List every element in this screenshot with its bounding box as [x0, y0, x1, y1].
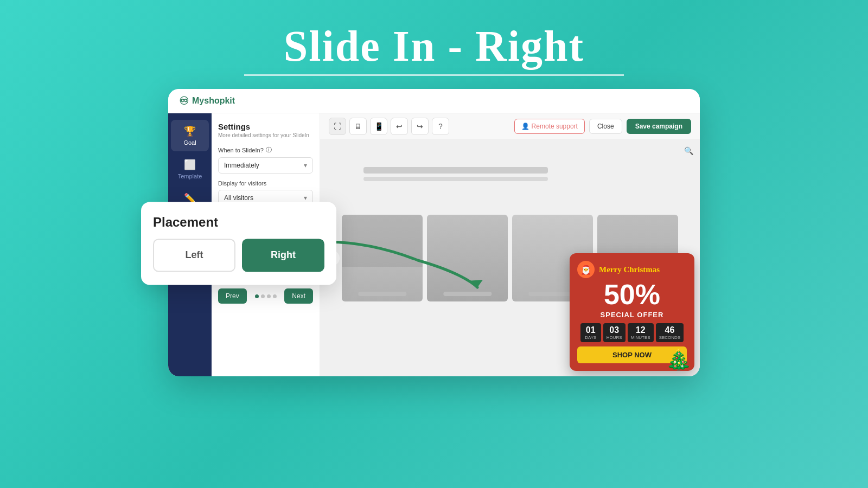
person-icon: 👤 — [521, 123, 529, 130]
sidebar-item-template-label: Template — [178, 173, 202, 179]
redo-btn[interactable]: ↪ — [411, 118, 429, 135]
desktop-btn[interactable]: 🖥 — [349, 118, 367, 135]
sidebar-item-goal[interactable]: 🏆 Goal — [171, 120, 209, 151]
toolbar-icons: ⛶ 🖥 📱 ↩ ↪ ? — [329, 118, 449, 135]
app-topbar: ♾ Myshopkit — [168, 89, 700, 113]
pagination-dots — [251, 294, 280, 298]
promo-discount: 50% — [577, 280, 687, 309]
placement-right[interactable]: Right — [242, 239, 324, 272]
settings-title: Settings — [218, 122, 313, 131]
placement-popup: Placement Left Right — [141, 202, 336, 285]
toolbar: ⛶ 🖥 📱 ↩ ↪ ? 👤 Remote support Close Save … — [320, 113, 700, 140]
placement-title: Placement — [153, 215, 324, 230]
countdown-minutes: 12 MINUTES — [628, 323, 654, 342]
countdown-seconds: 46 SECONDS — [656, 323, 684, 342]
nav-buttons: Prev Next — [218, 288, 313, 304]
promo-header: 🎅 Merry Christmas — [577, 261, 687, 278]
promo-mascot: 🎄 — [665, 349, 692, 371]
preview-area: 🔍 ‹ — [320, 140, 700, 376]
remote-support-label: Remote support — [532, 123, 578, 130]
dot-3 — [267, 294, 271, 298]
dot-2 — [261, 294, 265, 298]
promo-avatar: 🎅 — [577, 261, 595, 278]
goal-icon: 🏆 — [184, 125, 196, 137]
countdown: 01 DAYS 03 HOURS 12 MINUTES 46 — [577, 323, 687, 342]
hours-value: 03 — [607, 325, 622, 335]
placement-options: Left Right — [153, 239, 324, 272]
logo-icon: ♾ — [179, 94, 189, 107]
close-button[interactable]: Close — [589, 119, 622, 134]
save-campaign-button[interactable]: Save campaign — [627, 119, 691, 134]
dot-1 — [255, 294, 259, 298]
template-icon: ⬜ — [184, 159, 196, 171]
promo-greeting: Merry Christmas — [599, 265, 660, 274]
banner-bar — [363, 167, 548, 174]
prev-button[interactable]: Prev — [218, 288, 247, 304]
main-content: ⛶ 🖥 📱 ↩ ↪ ? 👤 Remote support Close Save … — [320, 113, 700, 376]
countdown-hours: 03 HOURS — [603, 323, 626, 342]
title-underline — [244, 74, 624, 76]
sidebar-item-template[interactable]: ⬜ Template — [171, 153, 209, 185]
display-label: Display for visitors — [218, 180, 313, 187]
hours-label: HOURS — [607, 335, 622, 340]
days-label: DAYS — [584, 335, 598, 340]
dot-4 — [273, 294, 277, 298]
display-value: All visitors — [224, 194, 253, 202]
help-btn[interactable]: ? — [432, 118, 449, 135]
brand-name: Myshopkit — [192, 96, 235, 106]
when-value: Immediately — [224, 162, 259, 169]
minutes-value: 12 — [631, 325, 650, 335]
minutes-label: MINUTES — [631, 335, 650, 340]
page-title: Slide In - Right — [244, 22, 624, 71]
mobile-btn[interactable]: 📱 — [370, 118, 387, 135]
info-icon: ⓘ — [266, 146, 272, 154]
seconds-value: 46 — [659, 325, 681, 335]
promo-popup: 🎅 Merry Christmas 50% SPECIAL OFFER 01 D… — [570, 253, 694, 371]
sidebar-item-goal-label: Goal — [183, 139, 196, 146]
brand-logo: ♾ Myshopkit — [179, 94, 235, 107]
seconds-label: SECONDS — [659, 335, 681, 340]
fashion-item-2 — [427, 215, 508, 301]
fullscreen-btn[interactable]: ⛶ — [329, 118, 346, 135]
banner-bar-2 — [363, 177, 548, 181]
settings-subtitle: More detailed settings for your SlideIn — [218, 132, 313, 138]
search-icon: 🔍 — [684, 146, 693, 155]
fashion-item-1 — [342, 215, 423, 301]
chevron-down-icon: ▾ — [304, 162, 307, 169]
promo-special: SPECIAL OFFER — [577, 311, 687, 319]
undo-btn[interactable]: ↩ — [391, 118, 408, 135]
days-value: 01 — [584, 325, 598, 335]
when-dropdown[interactable]: Immediately ▾ — [218, 157, 313, 174]
countdown-days: 01 DAYS — [580, 323, 601, 342]
next-button[interactable]: Next — [284, 288, 313, 304]
when-label: When to SlideIn? ⓘ — [218, 146, 313, 154]
title-area: Slide In - Right — [244, 22, 624, 76]
chevron-down-icon-2: ▾ — [304, 194, 307, 202]
remote-support-button[interactable]: 👤 Remote support — [514, 119, 585, 134]
placement-left[interactable]: Left — [153, 239, 235, 272]
